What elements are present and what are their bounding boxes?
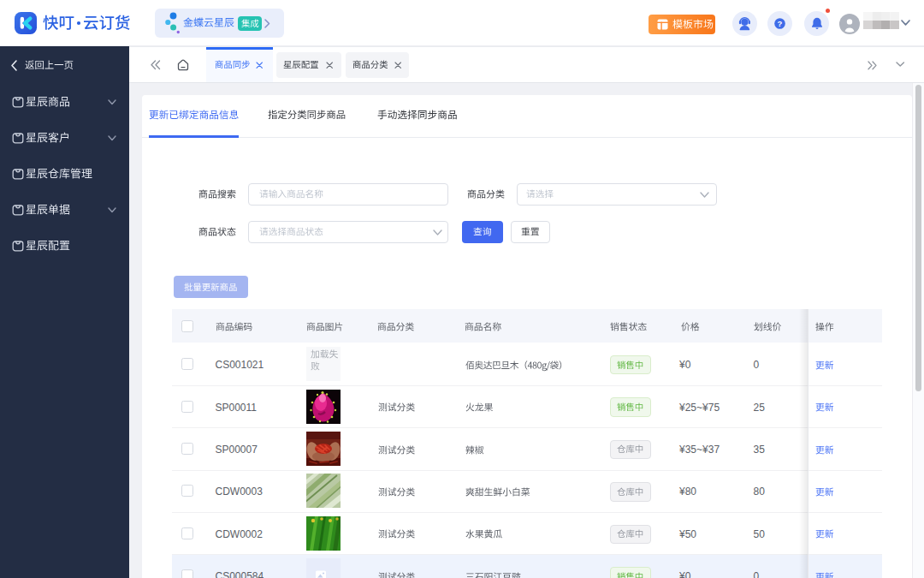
- svg-text:?: ?: [778, 18, 783, 27]
